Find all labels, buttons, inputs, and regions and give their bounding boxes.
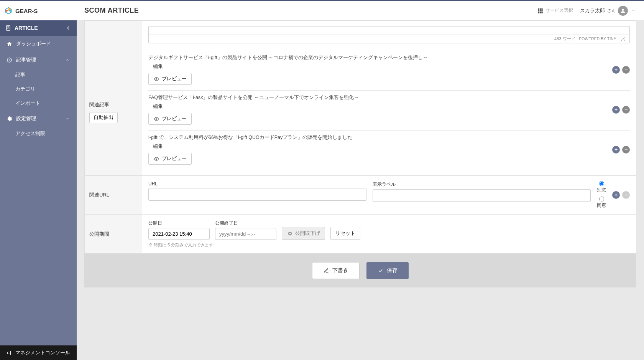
svg-rect-12 xyxy=(541,10,542,11)
sidebar-section-title: ARTICLE xyxy=(15,25,38,31)
target-new-radio[interactable]: 別窓 xyxy=(597,181,606,193)
publish-end-input[interactable] xyxy=(215,228,276,240)
sidebar-menu: ダッシュボード ? 記事管理 記事 カテゴリ インポート 設定管理 アクセ xyxy=(0,36,77,345)
svg-rect-7 xyxy=(538,8,539,10)
target-same-radio[interactable]: 同窓 xyxy=(597,197,606,209)
related-article-item: i-gift で、システム利用料が66%お得な「i-gift QUOカードPay… xyxy=(148,130,630,170)
svg-point-16 xyxy=(622,8,624,10)
chevron-down-icon xyxy=(630,8,636,14)
preview-label: プレビュー xyxy=(162,155,187,162)
remove-related-button[interactable]: − xyxy=(622,66,630,74)
display-label-input[interactable] xyxy=(373,189,591,202)
sidebar-sub-articles[interactable]: 記事 xyxy=(0,68,77,82)
sidebar-item-dashboard[interactable]: ダッシュボード xyxy=(0,36,77,52)
remove-related-button[interactable]: − xyxy=(622,106,630,114)
remove-related-button[interactable]: − xyxy=(622,146,630,154)
user-suffix: さん xyxy=(607,8,616,13)
reset-button[interactable]: リセット xyxy=(330,227,360,240)
rich-text-editor[interactable]: 483 ワード POWERED BY TINY xyxy=(148,26,630,43)
url-label: URL xyxy=(148,181,366,187)
sidebar-sub-categories[interactable]: カテゴリ xyxy=(0,82,77,96)
service-select[interactable]: サービス選択 xyxy=(537,7,573,14)
gear-icon xyxy=(6,116,12,122)
sidebar-footer-label: マネジメントコンソール xyxy=(15,349,70,356)
sidebar-sub-access[interactable]: アクセス制限 xyxy=(0,127,77,141)
related-article-edit-label: 編集 xyxy=(153,63,608,70)
eye-icon xyxy=(153,156,159,162)
chevron-up-icon xyxy=(64,57,71,63)
related-article-edit-label: 編集 xyxy=(153,103,608,110)
help-icon: ? xyxy=(6,57,12,63)
sidebar-item-label: 設定管理 xyxy=(16,115,36,122)
svg-point-17 xyxy=(156,78,157,80)
service-select-label: サービス選択 xyxy=(545,7,573,14)
svg-rect-21 xyxy=(289,233,291,233)
related-articles-label: 関連記事 xyxy=(89,101,137,108)
add-related-button[interactable]: + xyxy=(612,146,620,154)
related-article-title: i-gift で、システム利用料が66%お得な「i-gift QUOカードPay… xyxy=(148,134,608,141)
action-bar: 下書き 保存 xyxy=(84,254,636,287)
article-icon xyxy=(5,25,12,31)
publish-end-label: 公開終了日 xyxy=(215,220,276,226)
row-label-related-url: 関連URL xyxy=(85,176,142,215)
svg-marker-2 xyxy=(6,9,9,12)
svg-rect-15 xyxy=(541,12,542,13)
svg-text:?: ? xyxy=(8,58,10,62)
add-related-button[interactable]: + xyxy=(612,66,620,74)
auto-extract-button[interactable]: 自動抽出 xyxy=(89,112,118,123)
user-menu[interactable]: スカラ太郎 さん xyxy=(580,6,636,16)
publish-start-input[interactable] xyxy=(148,228,210,240)
preview-button[interactable]: プレビュー xyxy=(148,113,192,125)
editor-word-count: 483 ワード xyxy=(554,36,575,42)
svg-point-18 xyxy=(156,118,157,120)
page-title: SCOM ARTICLE xyxy=(84,7,139,15)
avatar-icon xyxy=(618,6,628,16)
sidebar-item-label: 記事管理 xyxy=(16,56,36,63)
url-input[interactable] xyxy=(148,188,366,201)
related-article-title: FAQ管理サービス「i-ask」の製品サイトを公開 ～ニューノーマル下でオンライ… xyxy=(148,94,608,101)
brand-logo-icon xyxy=(5,7,12,15)
content-scroll[interactable]: 483 ワード POWERED BY TINY 関連記事 自動抽出 xyxy=(77,20,644,360)
preview-button[interactable]: プレビュー xyxy=(148,73,192,85)
draft-label: 下書き xyxy=(332,267,348,274)
exit-icon xyxy=(5,350,12,356)
save-button[interactable]: 保存 xyxy=(366,262,409,279)
chevron-up-icon xyxy=(64,116,71,122)
row-label-editor xyxy=(85,21,142,49)
add-related-button[interactable]: + xyxy=(612,106,620,114)
svg-rect-10 xyxy=(538,10,539,11)
svg-rect-11 xyxy=(540,10,541,11)
sidebar-sub-import[interactable]: インポート xyxy=(0,96,77,111)
row-label-related-articles: 関連記事 自動抽出 xyxy=(85,49,142,176)
home-icon xyxy=(6,41,12,47)
svg-point-19 xyxy=(156,158,157,160)
collapse-sidebar-icon[interactable] xyxy=(65,25,71,31)
publish-note: ※ 時刻は 5 分刻みで入力できます xyxy=(148,242,630,248)
brand-name: GEAR-S xyxy=(15,8,38,14)
unpublish-button[interactable]: 公開取下げ xyxy=(282,227,325,240)
display-label-label: 表示ラベル xyxy=(373,181,591,188)
edit-icon xyxy=(323,268,329,274)
add-url-button[interactable]: + xyxy=(612,191,620,199)
svg-rect-13 xyxy=(538,12,539,13)
draft-button[interactable]: 下書き xyxy=(312,262,360,279)
sidebar-item-settings[interactable]: 設定管理 xyxy=(0,111,77,127)
sidebar-footer-link[interactable]: マネジメントコンソール xyxy=(0,345,77,360)
topbar: SCOM ARTICLE サービス選択 スカラ太郎 さん xyxy=(77,1,644,20)
sidebar-item-label: ダッシュボード xyxy=(16,40,51,47)
related-article-item: FAQ管理サービス「i-ask」の製品サイトを公開 ～ニューノーマル下でオンライ… xyxy=(148,91,630,130)
publish-start-label: 公開日 xyxy=(148,220,210,226)
sidebar-section-header: ARTICLE xyxy=(0,20,77,36)
preview-label: プレビュー xyxy=(162,116,187,122)
resize-handle-icon[interactable] xyxy=(620,36,626,42)
sidebar-item-articles[interactable]: ? 記事管理 xyxy=(0,52,77,68)
eye-icon xyxy=(153,116,159,122)
remove-url-button: − xyxy=(622,191,630,199)
row-label-publish: 公開期間 xyxy=(85,215,142,254)
svg-rect-8 xyxy=(540,8,541,10)
related-article-title: デジタルギフトサービス「i-gift」の製品サイトを公開 ～コロナ禍での企業のデ… xyxy=(148,54,608,61)
editor-powered-by: POWERED BY TINY xyxy=(579,37,616,41)
unpublish-label: 公開取下げ xyxy=(295,230,320,237)
user-name: スカラ太郎 xyxy=(580,7,605,14)
preview-button[interactable]: プレビュー xyxy=(148,153,192,165)
